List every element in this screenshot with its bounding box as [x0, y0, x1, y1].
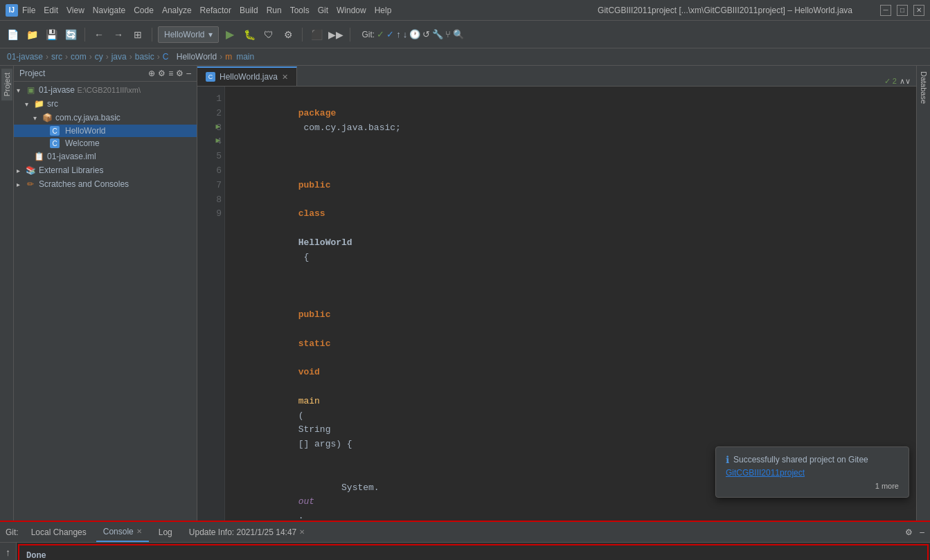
menu-tools[interactable]: Tools: [290, 6, 310, 15]
line-num-2: 2: [200, 107, 222, 121]
settings-gear-icon[interactable]: ⚙: [905, 527, 913, 537]
editor-tab-helloworld[interactable]: C HelloWorld.java ✕: [197, 66, 297, 86]
bottom-tab-local-changes[interactable]: Local Changes: [24, 523, 93, 542]
menu-edit[interactable]: Edit: [44, 6, 58, 15]
project-header: Project ⊕ ⚙ ≡ ⚙ –: [14, 66, 197, 82]
tab-label: HelloWorld.java: [220, 72, 278, 82]
gear-icon[interactable]: ⚙: [158, 69, 166, 78]
toolbar-btn5[interactable]: ⚙: [280, 26, 296, 43]
breadcrumb-main[interactable]: main: [236, 52, 254, 62]
update-info-close[interactable]: ✕: [299, 528, 305, 536]
close-panel-icon[interactable]: –: [186, 69, 191, 78]
run-icon-4[interactable]: ▶: [215, 135, 220, 147]
tab-close-btn[interactable]: ✕: [282, 73, 288, 82]
editor-tabs: C HelloWorld.java ✕ ✓ 2 ∧ ∨: [197, 66, 916, 87]
git-label: Git:: [361, 30, 375, 39]
breadcrumb-src[interactable]: src: [51, 52, 62, 62]
project-panel: Project ⊕ ⚙ ≡ ⚙ – ▾ ▣ 01-javase E:\CGB20…: [14, 66, 197, 521]
maximize-button[interactable]: □: [897, 5, 908, 16]
run-icon-3[interactable]: ▶: [215, 121, 220, 134]
tree-item-helloworld[interactable]: C HelloWorld: [14, 125, 197, 137]
toolbar-separator-4: [350, 28, 350, 42]
tree-item-ext-libs[interactable]: ▸ 📚 External Libraries: [14, 163, 197, 177]
breadcrumb-com[interactable]: com: [71, 52, 87, 62]
minimize-panel-icon[interactable]: –: [920, 527, 924, 537]
git-revert[interactable]: ↺: [422, 29, 430, 39]
tree-item-root[interactable]: ▾ ▣ 01-javase E:\CGB2011III\xm\: [14, 83, 197, 97]
breadcrumb-cy[interactable]: cy: [95, 52, 103, 62]
line-num-8: 8: [200, 193, 222, 208]
menu-help[interactable]: Help: [375, 6, 392, 15]
scroll-up-btn[interactable]: ↑: [1, 545, 15, 559]
project-sidebar-tab[interactable]: Project: [1, 69, 12, 100]
menu-analyze[interactable]: Analyze: [162, 6, 192, 15]
menu-git[interactable]: Git: [318, 6, 328, 15]
toolbar-sync[interactable]: 🔄: [62, 26, 79, 43]
menu-code[interactable]: Code: [134, 6, 154, 15]
menu-run[interactable]: Run: [267, 6, 282, 15]
line-num-7: 7: [200, 179, 222, 193]
git-search[interactable]: 🔍: [453, 29, 464, 39]
toolbar-back[interactable]: ←: [91, 26, 107, 43]
git-arrow-up[interactable]: ↑: [396, 29, 401, 39]
toolbar-open[interactable]: 📁: [24, 26, 40, 43]
bottom-tab-log[interactable]: Log: [152, 523, 179, 542]
tree-item-src[interactable]: ▾ 📁 src: [14, 97, 197, 111]
debug-button[interactable]: 🐛: [241, 26, 258, 43]
sort-icon[interactable]: ≡: [168, 69, 173, 78]
git-arrow-down[interactable]: ↓: [403, 29, 408, 39]
toolbar-recent[interactable]: ⊞: [129, 26, 146, 43]
run-config-dropdown[interactable]: HelloWorld ▾: [158, 26, 219, 43]
tree-label-welcome: Welcome: [65, 138, 100, 148]
package-icon: 📦: [42, 112, 53, 123]
file-tree: ▾ ▣ 01-javase E:\CGB2011III\xm\ ▾ 📁 src …: [14, 82, 197, 521]
minimize-button[interactable]: ─: [880, 5, 891, 16]
breadcrumb-basic[interactable]: basic: [135, 52, 154, 62]
breadcrumb-01javase[interactable]: 01-javase: [7, 52, 43, 62]
code-line-4: public static void main ( String [] args…: [233, 279, 908, 466]
bottom-tab-console[interactable]: Console ✕: [96, 523, 149, 542]
tree-item-scratches[interactable]: ▸ ✏ Scratches and Consoles: [14, 177, 197, 191]
console-tab-close[interactable]: ✕: [136, 527, 142, 535]
checkmark-text: ✓ 2: [884, 77, 897, 86]
tree-item-iml[interactable]: 📋 01-javase.iml: [14, 150, 197, 163]
run-button[interactable]: ▶: [222, 26, 238, 43]
bottom-panel: Git: Local Changes Console ✕ Log Update …: [0, 521, 930, 560]
console-output[interactable]: Done 14:47:04.514: [GitCGBIII2011project…: [18, 544, 929, 560]
tree-item-package[interactable]: ▾ 📦 com.cy.java.basic: [14, 111, 197, 125]
toolbar-separator-1: [84, 28, 85, 42]
bottom-content: ↑ ↓ ↩ ⊞ 🖨 🗑 Done 14:47:04.514: [GitCGBII…: [0, 543, 930, 560]
tree-item-welcome[interactable]: C Welcome: [14, 137, 197, 150]
git-history[interactable]: 🕐: [409, 29, 420, 39]
menu-window[interactable]: Window: [337, 6, 366, 15]
git-check2[interactable]: ✓: [386, 29, 394, 39]
toolbar-save[interactable]: 💾: [43, 26, 60, 43]
breadcrumb-helloworld[interactable]: HelloWorld: [177, 52, 217, 62]
toolbar-forward[interactable]: →: [110, 26, 127, 43]
bottom-tab-update-info[interactable]: Update Info: 2021/1/25 14:47 ✕: [182, 523, 312, 542]
toolbar-btn7[interactable]: ▶▶: [328, 26, 344, 43]
database-tab[interactable]: Database: [918, 66, 929, 109]
breadcrumb-java[interactable]: java: [111, 52, 127, 62]
console-label: Console: [103, 527, 134, 536]
tree-label-iml: 01-javase.iml: [47, 152, 96, 161]
add-icon[interactable]: ⊕: [148, 69, 155, 78]
notif-project-link[interactable]: GitCGBIII2011project: [726, 468, 805, 478]
tree-label-ext-libs: External Libraries: [39, 165, 103, 175]
git-branch[interactable]: ⑂: [445, 29, 451, 39]
toolbar-btn6[interactable]: ⬛: [308, 26, 325, 43]
git-settings[interactable]: 🔧: [432, 29, 443, 39]
run-coverage-button[interactable]: 🛡: [260, 26, 277, 43]
menu-file[interactable]: File: [22, 6, 35, 15]
notification-popup: ℹ Successfully shared project on Gitee G…: [715, 446, 909, 498]
menu-view[interactable]: View: [66, 6, 84, 15]
info-icon: ℹ: [726, 454, 729, 465]
close-button[interactable]: ✕: [913, 5, 924, 16]
editor-checkmark: ✓ 2 ∧ ∨: [884, 77, 916, 86]
menu-refactor[interactable]: Refactor: [200, 6, 231, 15]
settings-icon[interactable]: ⚙: [176, 69, 184, 78]
git-check[interactable]: ✓: [377, 29, 384, 39]
menu-build[interactable]: Build: [240, 6, 258, 15]
toolbar-new[interactable]: 📄: [4, 26, 21, 43]
menu-navigate[interactable]: Navigate: [93, 6, 125, 15]
